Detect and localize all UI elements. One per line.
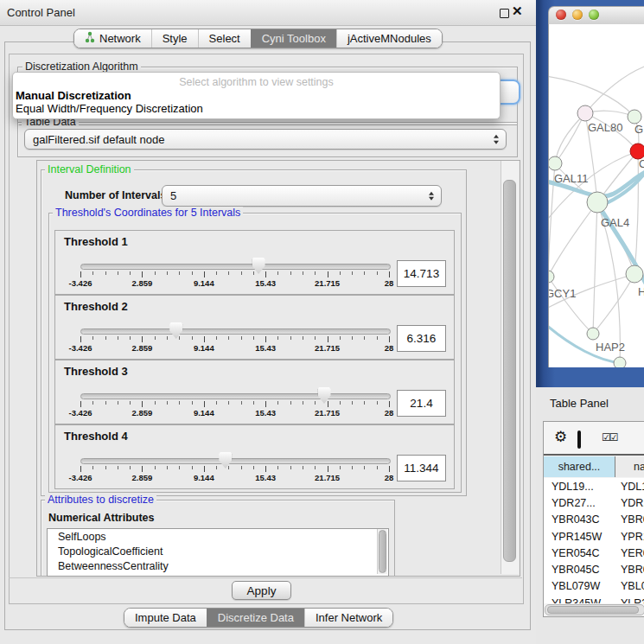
cell-name[interactable]: YBL0 <box>615 580 644 592</box>
table-hscrollbar[interactable] <box>545 604 644 615</box>
tab-discretize-data[interactable]: Discretize Data <box>207 609 304 627</box>
table-row[interactable]: YPR145WYPR1 <box>544 528 644 545</box>
select-columns-button[interactable]: ☑☑ <box>602 431 617 443</box>
cell-shared-name[interactable]: YER054C <box>544 547 615 559</box>
network-node-gal11[interactable] <box>549 156 562 170</box>
cell-shared-name[interactable]: YBR045C <box>544 564 615 576</box>
table-row[interactable]: YLR345WYLR3 <box>544 595 644 603</box>
column-header-name[interactable]: name <box>615 456 644 477</box>
network-edge[interactable] <box>549 277 593 334</box>
num-intervals-combobox[interactable]: 5 <box>162 185 442 207</box>
settings-vscrollbar[interactable] <box>501 161 519 574</box>
close-icon[interactable]: ✕ <box>512 3 523 19</box>
threshold-4-value-field[interactable]: 11.344 <box>397 455 446 481</box>
table-rows[interactable]: YDL19...YDL1YDR27...YDR2YBR043CYBR0YPR14… <box>544 478 644 603</box>
threshold-4-slider-track[interactable] <box>80 458 391 464</box>
threshold-4-label: Threshold 4 <box>64 430 128 443</box>
network-canvas[interactable]: GAL80GCGAL11GAL4GCY1HHAP2 <box>548 24 644 367</box>
threshold-2-row: Threshold 2 -3.4262.8599.14415.4321.7152… <box>54 295 455 360</box>
tab-impute-data[interactable]: Impute Data <box>124 609 207 627</box>
list-item[interactable]: SelfLoops <box>48 529 388 544</box>
threshold-3-row: Threshold 3 -3.4262.8599.14415.4321.7152… <box>54 360 455 424</box>
slider-ticks <box>80 271 389 278</box>
cell-shared-name[interactable]: YDR27... <box>544 497 615 509</box>
apply-button[interactable]: Apply <box>232 581 291 600</box>
network-node-label: C <box>639 157 644 170</box>
network-edge[interactable] <box>593 202 597 334</box>
tab-infer-network[interactable]: Infer Network <box>304 609 392 627</box>
network-node-gal80[interactable] <box>577 105 593 121</box>
network-edge[interactable] <box>593 274 634 334</box>
popup-item-equal-width-frequency[interactable]: Equal Width/Frequency Discretization <box>16 102 203 115</box>
tab-network-label: Network <box>99 32 141 45</box>
split-panes-button[interactable] <box>577 432 581 448</box>
threshold-2-slider-track[interactable] <box>80 328 391 335</box>
network-node-label: HAP2 <box>596 341 625 354</box>
network-node-label: GAL4 <box>601 216 629 229</box>
table-row[interactable]: YDR27...YDR2 <box>544 494 644 511</box>
table-hscrollbar-thumb[interactable] <box>547 606 639 614</box>
cell-name[interactable]: YER0 <box>615 547 644 559</box>
network-node-gal4[interactable] <box>587 192 608 213</box>
threshold-1-value-field[interactable]: 14.713 <box>397 260 446 287</box>
discretization-algorithm-title: Discretization Algorithm <box>22 61 141 73</box>
zoom-window-icon[interactable] <box>589 10 599 20</box>
numerical-attributes-list[interactable]: SelfLoopsTopologicalCoefficientBetweenne… <box>47 528 389 577</box>
list-item[interactable]: TopologicalCoefficient <box>48 544 388 558</box>
threshold-2-value-field[interactable]: 6.316 <box>397 325 446 352</box>
cell-name[interactable]: YPR1 <box>615 531 644 543</box>
popup-item-manual-discretization[interactable]: Manual Discretization <box>16 89 131 102</box>
slider-ticks <box>80 466 389 473</box>
cell-shared-name[interactable]: YPR145W <box>544 531 615 543</box>
column-header-shared[interactable]: shared... <box>544 456 615 477</box>
tab-cyni-toolbox[interactable]: Cyni Toolbox <box>251 29 336 48</box>
network-edge[interactable] <box>549 202 597 277</box>
close-window-icon[interactable] <box>556 10 566 20</box>
threshold-3-value-field[interactable]: 21.4 <box>397 390 446 417</box>
table-row[interactable]: YER054CYER0 <box>544 545 644 561</box>
cell-shared-name[interactable]: YLR345W <box>544 597 615 603</box>
network-edge[interactable] <box>555 113 585 163</box>
num-intervals-value: 5 <box>170 189 176 202</box>
table-row[interactable]: YBR043CYBR0 <box>544 512 644 528</box>
list-item[interactable]: BetweennessCentrality <box>48 558 388 573</box>
settings-vscrollbar-thumb[interactable] <box>503 180 516 562</box>
minimize-window-icon[interactable] <box>572 10 583 20</box>
tab-jactivemnodules[interactable]: jActiveMNodules <box>336 29 442 48</box>
tab-select[interactable]: Select <box>198 29 251 48</box>
table-settings-button[interactable]: ⚙ <box>554 430 567 445</box>
table-row[interactable]: YBR045CYBR0 <box>544 561 644 577</box>
tab-style[interactable]: Style <box>151 29 198 48</box>
network-icon <box>85 31 95 46</box>
threshold-1-label: Threshold 1 <box>64 235 128 248</box>
network-node-gcy1[interactable] <box>549 271 554 283</box>
threshold-2-label: Threshold 2 <box>64 300 128 313</box>
threshold-4-row: Threshold 4 -3.4262.8599.14415.4321.7152… <box>54 424 455 489</box>
tab-network[interactable]: Network <box>74 29 151 48</box>
network-node-label: H <box>638 285 644 298</box>
cell-name[interactable]: YBR0 <box>615 513 644 526</box>
cell-shared-name[interactable]: YDL19... <box>544 481 615 493</box>
table-data-combobox[interactable]: galFiltered.sif default node <box>24 129 507 150</box>
popup-hint: Select algorithm to view settings <box>13 76 500 88</box>
float-window-icon[interactable] <box>500 9 509 18</box>
network-node[interactable] <box>614 357 626 367</box>
network-node-hap2[interactable] <box>587 328 599 340</box>
slider-tick-labels: -3.4262.8599.14415.4321.71528 <box>80 343 389 354</box>
network-node-label: GAL80 <box>588 121 622 134</box>
cell-name[interactable]: YBR0 <box>615 564 644 576</box>
cell-name[interactable]: YLR3 <box>615 597 644 603</box>
attributes-list-scrollbar-thumb[interactable] <box>379 530 386 573</box>
network-edge[interactable] <box>634 151 638 274</box>
network-node-g[interactable] <box>628 110 641 124</box>
cell-shared-name[interactable]: YBL079W <box>544 580 615 592</box>
attributes-list-scrollbar[interactable] <box>377 529 387 574</box>
table-row[interactable]: YBL079WYBL0 <box>544 578 644 595</box>
network-node-h[interactable] <box>626 265 643 283</box>
threshold-1-slider-track[interactable] <box>80 264 391 270</box>
cell-name[interactable]: YDL1 <box>615 481 644 493</box>
cell-shared-name[interactable]: YBR043C <box>544 513 615 526</box>
threshold-3-slider-track[interactable] <box>80 393 391 399</box>
cell-name[interactable]: YDR2 <box>615 497 644 509</box>
table-row[interactable]: YDL19...YDL1 <box>544 478 644 494</box>
